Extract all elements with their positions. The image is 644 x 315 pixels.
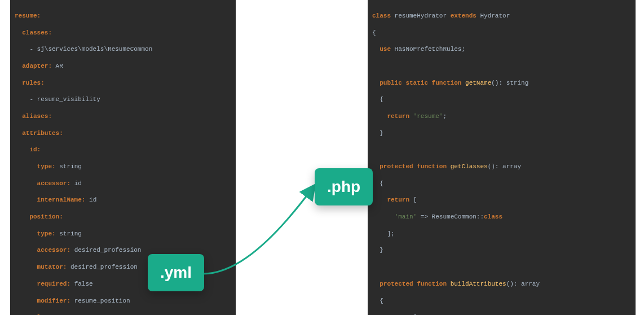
yaml-val: id [85,196,96,203]
yaml-key: required: [37,281,70,287]
php-str: 'main' [395,213,417,220]
php-badge: .php [315,168,373,205]
php-sig: (): [506,281,521,287]
php-str: 'resume' [413,113,443,120]
php-brace: } [380,247,383,253]
yaml-key: accessor: [37,247,70,253]
yaml-key: mutator: [37,264,67,270]
php-ret: array [502,163,521,170]
yaml-key: id: [29,146,41,153]
php-brace: { [380,298,383,304]
php-brace: { [380,180,383,187]
yaml-key: internalName: [37,196,86,203]
yaml-key: resume: [15,12,41,19]
yaml-key: attributes: [22,130,63,137]
yaml-key: classes: [22,29,52,36]
yaml-key: accessor: [37,180,70,187]
php-kw: use [380,46,394,53]
php-kw: protected function [380,281,450,287]
php-parent: Hydrator [480,12,510,19]
php-classname: resumeHydrator [395,12,447,19]
yaml-key: modifier: [37,298,70,304]
yaml-key: rules: [22,80,45,86]
php-semi: ; [443,113,447,120]
php-ret: array [521,281,540,287]
php-kw: return [387,113,413,120]
php-kw: class [372,12,395,19]
php-text: => ResumeCommon:: [417,213,484,220]
php-fn: getName [465,80,491,86]
yaml-val: string [56,230,82,237]
php-semi: ; [461,46,465,53]
php-ret: string [506,80,529,86]
php-kw: return [387,196,413,203]
php-br: ]; [387,230,394,237]
php-code-panel: class resumeHydrator extends Hydrator { … [368,0,636,315]
yaml-val: desired_profession [67,264,137,270]
yml-badge: .yml [148,254,204,291]
yaml-val: id [70,180,82,187]
php-sig: (): [488,163,502,170]
php-fn: buildAttributes [451,281,506,287]
php-sig: (): [491,80,506,86]
php-kw: extends [447,12,480,19]
yaml-val: string [56,163,82,170]
yaml-val: AR [52,63,63,69]
php-brace: } [380,130,383,137]
yaml-key: type: [37,230,56,237]
php-brace: { [380,96,383,103]
yaml-key: adapter: [22,63,52,69]
yaml-key: position: [29,213,63,220]
yaml-val: false [70,281,93,287]
yaml-key: aliases: [22,113,52,120]
php-br: [ [413,196,417,203]
yaml-item: - resume_visibility [29,96,100,103]
php-kw: public static function [380,80,465,86]
yaml-key: type: [37,163,56,170]
php-kw: class [484,213,502,220]
yaml-item: - sj\services\models\ResumeCommon [29,46,152,53]
yaml-val: desired_profession [70,247,141,253]
yaml-val: resume_position [70,298,130,304]
php-kw: protected function [380,163,450,170]
php-fn: getClasses [451,163,488,170]
php-trait: HasNoPrefetchRules [395,46,462,53]
php-brace: { [372,29,631,37]
